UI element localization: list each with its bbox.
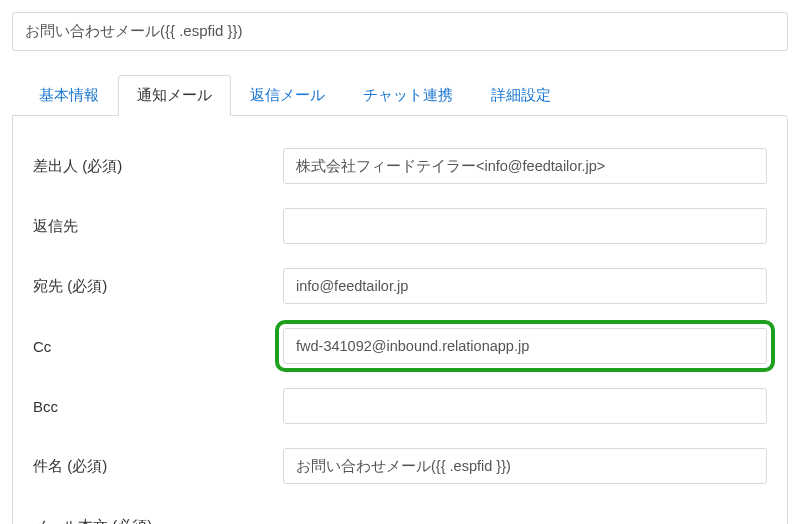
tabs: 基本情報 通知メール 返信メール チャット連携 詳細設定	[0, 63, 800, 116]
row-to: 宛先 (必須)	[33, 266, 767, 306]
wrap-bcc	[283, 388, 767, 424]
label-cc: Cc	[33, 338, 283, 355]
tab-advanced[interactable]: 詳細設定	[472, 75, 570, 116]
label-to: 宛先 (必須)	[33, 277, 283, 296]
row-subject: 件名 (必須)	[33, 446, 767, 486]
tab-reply-mail[interactable]: 返信メール	[231, 75, 344, 116]
input-bcc[interactable]	[283, 388, 767, 424]
title-input[interactable]	[12, 12, 788, 51]
input-sender[interactable]	[283, 148, 767, 184]
label-body: メール本文 (必須)	[33, 517, 283, 525]
form-panel: 差出人 (必須) 返信先 宛先 (必須) Cc Bcc 件名 (必須)	[12, 115, 788, 524]
input-subject[interactable]	[283, 448, 767, 484]
input-replyto[interactable]	[283, 208, 767, 244]
row-body: メール本文 (必須)	[33, 506, 767, 524]
tab-notification-mail[interactable]: 通知メール	[118, 75, 231, 116]
wrap-to	[283, 268, 767, 304]
row-cc: Cc	[33, 326, 767, 366]
input-to[interactable]	[283, 268, 767, 304]
tab-chat-link[interactable]: チャット連携	[344, 75, 472, 116]
row-replyto: 返信先	[33, 206, 767, 246]
label-sender: 差出人 (必須)	[33, 157, 283, 176]
row-bcc: Bcc	[33, 386, 767, 426]
label-bcc: Bcc	[33, 398, 283, 415]
label-replyto: 返信先	[33, 217, 283, 236]
wrap-sender	[283, 148, 767, 184]
input-cc[interactable]	[283, 328, 767, 364]
label-subject: 件名 (必須)	[33, 457, 283, 476]
title-row	[0, 0, 800, 63]
wrap-replyto	[283, 208, 767, 244]
wrap-cc-highlight	[275, 320, 775, 372]
row-sender: 差出人 (必須)	[33, 146, 767, 186]
wrap-subject	[283, 448, 767, 484]
tab-basic-info[interactable]: 基本情報	[20, 75, 118, 116]
